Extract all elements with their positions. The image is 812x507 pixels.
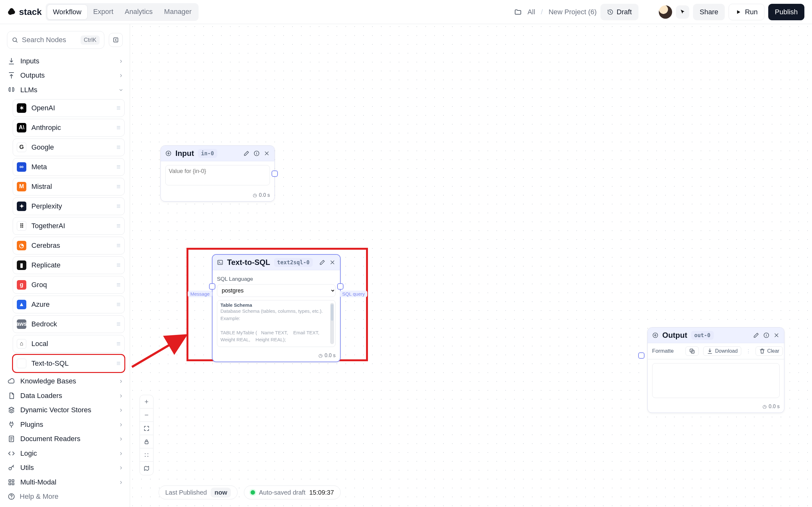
scrollbar[interactable] bbox=[330, 303, 334, 344]
copy-button[interactable] bbox=[686, 346, 699, 356]
drag-handle-icon[interactable]: ≡ bbox=[116, 261, 120, 269]
port-out[interactable] bbox=[271, 170, 278, 177]
drag-handle-icon[interactable]: ≡ bbox=[116, 281, 120, 289]
info-icon[interactable] bbox=[253, 150, 260, 157]
collapse-sidebar[interactable] bbox=[109, 33, 123, 47]
drag-handle-icon[interactable]: ≡ bbox=[116, 359, 120, 368]
close-icon[interactable] bbox=[329, 259, 336, 266]
node-input[interactable]: Input in-0 ◷0.0 s bbox=[160, 146, 275, 202]
mistral-icon: M bbox=[17, 182, 26, 191]
llm-item-text-to-sql[interactable]: Text-to-SQL≡ bbox=[13, 354, 125, 372]
port-in[interactable] bbox=[638, 352, 645, 359]
llm-item-perplexity[interactable]: ✦Perplexity≡ bbox=[13, 198, 125, 215]
tab-workflow[interactable]: Workflow bbox=[47, 4, 88, 20]
drag-handle-icon[interactable]: ≡ bbox=[116, 241, 120, 250]
clear-button[interactable]: Clear bbox=[756, 346, 783, 356]
llm-item-meta[interactable]: ∞Meta≡ bbox=[13, 158, 125, 176]
llm-item-local[interactable]: ⌂Local≡ bbox=[13, 335, 125, 353]
drag-handle-icon[interactable]: ≡ bbox=[116, 340, 120, 348]
drag-handle-icon[interactable]: ≡ bbox=[116, 163, 120, 171]
llm-item-openai[interactable]: ✶OpenAI≡ bbox=[13, 99, 125, 117]
close-icon[interactable] bbox=[264, 150, 270, 157]
cursor-mode[interactable] bbox=[676, 5, 689, 19]
cat-logic[interactable]: Logic› bbox=[5, 446, 125, 461]
llm-item-google[interactable]: GGoogle≡ bbox=[13, 138, 125, 156]
cat-multimodal[interactable]: Multi-Modal› bbox=[5, 475, 125, 490]
drag-handle-icon[interactable]: ≡ bbox=[116, 202, 120, 210]
search-input[interactable]: Search Nodes CtrlK bbox=[7, 31, 104, 49]
llm-item-cerebras[interactable]: ◔Cerebras≡ bbox=[13, 237, 125, 255]
groq-icon: g bbox=[17, 280, 26, 290]
publish-button[interactable]: Publish bbox=[768, 4, 804, 20]
drag-handle-icon[interactable]: ≡ bbox=[116, 124, 120, 132]
sql-language-select[interactable]: postgres bbox=[217, 284, 336, 297]
canvas[interactable]: Input in-0 ◷0.0 s Text-to-SQL t bbox=[130, 24, 812, 507]
cat-llms[interactable]: LLMs › bbox=[5, 83, 125, 97]
stack-icon bbox=[8, 406, 15, 414]
llm-item-bedrock[interactable]: awsBedrock≡ bbox=[13, 315, 125, 333]
drag-handle-icon[interactable]: ≡ bbox=[116, 320, 120, 328]
zoom-in[interactable]: + bbox=[140, 395, 153, 408]
tab-export[interactable]: Export bbox=[88, 4, 119, 20]
sql-language-label: SQL Language bbox=[217, 276, 336, 282]
lock-view[interactable] bbox=[140, 435, 153, 448]
chevron-down-icon: › bbox=[117, 89, 125, 91]
cat-docreaders[interactable]: Document Readers› bbox=[5, 432, 125, 447]
zoom-out[interactable]: − bbox=[140, 408, 153, 422]
sidebar: Search Nodes CtrlK Inputs› Outputs› LLMs… bbox=[0, 24, 130, 507]
plug-icon bbox=[8, 421, 15, 429]
tab-manager[interactable]: Manager bbox=[158, 4, 197, 20]
minimap[interactable] bbox=[140, 462, 153, 475]
llm-item-anthropic[interactable]: A\Anthropic≡ bbox=[13, 119, 125, 136]
tab-analytics[interactable]: Analytics bbox=[119, 4, 158, 20]
avatar[interactable] bbox=[659, 5, 672, 19]
svg-rect-8 bbox=[12, 483, 14, 485]
drag-handle-icon[interactable]: ≡ bbox=[116, 300, 120, 308]
drag-handle-icon[interactable]: ≡ bbox=[116, 143, 120, 152]
cat-kb[interactable]: Knowledge Bases› bbox=[5, 374, 125, 389]
llm-item-groq[interactable]: gGroq≡ bbox=[13, 276, 125, 294]
fit-view[interactable] bbox=[140, 422, 153, 435]
llm-item-togetherai[interactable]: ⠿TogetherAI≡ bbox=[13, 217, 125, 235]
download-button[interactable]: Download bbox=[703, 346, 741, 356]
edit-icon[interactable] bbox=[243, 150, 250, 157]
local-icon: ⌂ bbox=[17, 339, 26, 349]
cat-inputs[interactable]: Inputs› bbox=[5, 54, 125, 68]
grid-dots-icon bbox=[143, 452, 150, 458]
schema-field[interactable]: Table Schema Database Schema (tables, co… bbox=[217, 300, 336, 347]
node-output[interactable]: Output out-0 Formatted Download ⋮ Clear … bbox=[647, 327, 784, 413]
help-link[interactable]: Help & More bbox=[5, 490, 125, 507]
file-icon bbox=[8, 392, 15, 400]
cat-plugins[interactable]: Plugins› bbox=[5, 417, 125, 432]
llm-item-replicate[interactable]: ▮Replicate≡ bbox=[13, 257, 125, 274]
together-icon: ⠿ bbox=[17, 221, 26, 231]
drag-handle-icon[interactable]: ≡ bbox=[116, 222, 120, 230]
cat-outputs[interactable]: Outputs› bbox=[5, 68, 125, 83]
crumb-root[interactable]: All bbox=[527, 8, 535, 16]
snap-grid[interactable] bbox=[140, 448, 153, 462]
drag-handle-icon[interactable]: ≡ bbox=[116, 104, 120, 112]
node-text-to-sql[interactable]: Text-to-SQL text2sql-0 SQL Language post… bbox=[212, 254, 341, 362]
llm-item-label: Mistral bbox=[32, 182, 52, 191]
cat-loaders[interactable]: Data Loaders› bbox=[5, 389, 125, 403]
draft-button[interactable]: Draft bbox=[600, 4, 639, 20]
output-area bbox=[652, 363, 780, 398]
clock-icon: ◷ bbox=[253, 192, 257, 198]
edit-icon[interactable] bbox=[319, 259, 325, 266]
input-value[interactable] bbox=[165, 165, 270, 185]
drag-handle-icon[interactable]: ≡ bbox=[116, 182, 120, 191]
close-icon[interactable] bbox=[773, 332, 780, 338]
cat-vectors[interactable]: Dynamic Vector Stores› bbox=[5, 403, 125, 418]
port-in[interactable] bbox=[209, 283, 215, 290]
edit-icon[interactable] bbox=[753, 332, 759, 338]
llm-item-mistral[interactable]: MMistral≡ bbox=[13, 178, 125, 195]
svg-rect-7 bbox=[9, 483, 11, 485]
port-out[interactable] bbox=[337, 283, 344, 290]
cat-utils[interactable]: Utils› bbox=[5, 461, 125, 475]
info-icon[interactable] bbox=[763, 332, 769, 338]
llm-item-azure[interactable]: ▲Azure≡ bbox=[13, 296, 125, 314]
svg-rect-18 bbox=[145, 441, 148, 444]
crumb-project[interactable]: New Project (6) bbox=[548, 8, 597, 16]
share-button[interactable]: Share bbox=[693, 4, 725, 20]
run-button[interactable]: Run bbox=[728, 4, 764, 20]
